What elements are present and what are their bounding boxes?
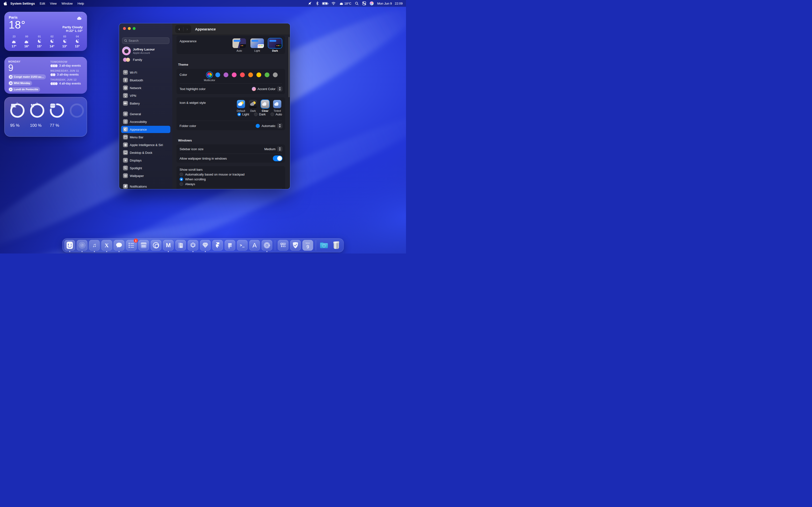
bluetooth-icon[interactable] — [316, 1, 318, 5]
control-center-icon[interactable] — [362, 1, 366, 5]
sidebar-item-notifications[interactable]: Notifications — [121, 183, 170, 189]
sidebar-item-bluetooth[interactable]: Bluetooth — [121, 76, 170, 84]
menu-help[interactable]: Help — [78, 2, 84, 5]
sidebar-item-wallpaper[interactable]: Wallpaper — [121, 172, 170, 179]
color-swatch-yellow[interactable] — [256, 72, 261, 77]
sidebar-item-general[interactable]: General — [121, 110, 170, 118]
dock-safari-icon[interactable] — [77, 240, 88, 250]
calendar-widget[interactable]: MONDAY 9 ▦ Congé mater 21/03 au… ▦ Whit … — [4, 57, 87, 94]
apple-intelligence-icon[interactable] — [370, 1, 373, 5]
zoom-button[interactable] — [133, 27, 136, 30]
icon-style-dark[interactable]: Dark — [248, 100, 258, 112]
color-swatch-pink[interactable] — [232, 72, 237, 77]
menu-view[interactable]: View — [50, 2, 57, 5]
battery-widget[interactable]: ϟ ϟ 95 % 100 % 77 % — [4, 97, 87, 137]
sidebar-item-displays[interactable]: Displays — [121, 157, 170, 164]
dock-lens-icon[interactable] — [151, 240, 161, 250]
text-highlight-select[interactable]: Accent Color — [252, 86, 283, 92]
folder-color-select[interactable]: Automatic — [256, 123, 283, 128]
color-swatch-blue[interactable] — [215, 72, 220, 77]
dock-finder-icon[interactable] — [64, 240, 75, 250]
dock-notes-icon[interactable] — [139, 240, 149, 250]
appearance-option-light[interactable]: Light — [250, 38, 264, 52]
dock-system-settings-icon[interactable] — [262, 240, 272, 250]
sidebar-item-wifi[interactable]: Wi-Fi — [121, 69, 170, 76]
dock-calendar-icon[interactable]: Mon 9 — [303, 240, 313, 250]
color-swatch-purple[interactable] — [223, 72, 229, 77]
icon-style-clear[interactable]: Clear — [260, 100, 270, 112]
radio-scrollbars-always[interactable] — [180, 182, 183, 186]
radio-scrollbars-when-scrolling[interactable] — [180, 177, 183, 181]
apple-menu-icon[interactable] — [3, 1, 7, 6]
apple-account-row[interactable]: Joffrey Lacour Apple Account — [122, 47, 155, 55]
color-swatch-multicolor[interactable] — [207, 72, 212, 77]
sidebar-icon-size-select[interactable]: Medium — [264, 146, 283, 152]
color-swatch-graphite[interactable] — [273, 72, 278, 77]
icon-style-default[interactable]: Default — [236, 100, 246, 112]
dock-reminders-icon[interactable]: 1 — [126, 240, 137, 250]
weather-status[interactable]: 18°C — [339, 2, 351, 5]
forward-button[interactable]: › — [187, 27, 188, 31]
dock-music-icon[interactable]: ♫ — [89, 240, 100, 250]
radio-auto[interactable] — [270, 113, 274, 116]
dock-x-icon[interactable]: X — [101, 240, 112, 250]
upcoming-events-row[interactable]: 3 all-day events — [50, 64, 83, 67]
spotlight-icon[interactable] — [355, 2, 359, 5]
sidebar-item-desktop-dock[interactable]: Desktop & Dock — [121, 149, 170, 156]
upcoming-events-row[interactable]: 4 all-day events — [50, 82, 83, 85]
menu-window[interactable]: Window — [62, 2, 73, 5]
wifi-icon[interactable] — [331, 2, 336, 5]
theme-card: Color Multicolor Text highlight color Ac… — [176, 68, 286, 95]
dock-framer-icon[interactable] — [212, 240, 223, 250]
sidebar-item-spotlight[interactable]: Spotlight — [121, 164, 170, 172]
color-swatch-orange[interactable] — [248, 72, 253, 77]
sidebar-item-network[interactable]: Network — [121, 84, 170, 92]
wallpaper-tinting-toggle[interactable] — [273, 156, 283, 161]
sidebar-item-vpn[interactable]: VPN — [121, 92, 170, 99]
menubar-app-name[interactable]: System Settings — [10, 2, 35, 5]
sidebar-item-menu-bar[interactable]: Menu Bar — [121, 133, 170, 141]
dock-trash-icon[interactable] — [331, 240, 342, 250]
weather-widget[interactable]: Paris 18° Partly Cloudy H:22° L:10° 23 1… — [4, 12, 87, 51]
color-swatch-green[interactable] — [265, 72, 269, 77]
mute-icon[interactable] — [308, 1, 312, 5]
dock-app-store-icon[interactable]: A — [249, 240, 260, 250]
radio-light[interactable] — [237, 113, 241, 116]
dock-downloads-icon[interactable]: ↓ — [319, 240, 329, 250]
dock-passwords-icon[interactable] — [278, 240, 289, 250]
radio-dark[interactable] — [254, 113, 258, 116]
dock-iphone-mirroring-icon[interactable] — [175, 240, 186, 250]
scrollbar[interactable] — [289, 37, 290, 97]
sidebar-search[interactable] — [122, 38, 169, 44]
calendar-event[interactable]: ★ Lundi de Pentecôte — [8, 87, 40, 92]
calendar-event[interactable]: ▦ Whit Monday — [8, 80, 32, 86]
dock-terminal-icon[interactable]: >_ — [237, 240, 248, 250]
dock-gmail-icon[interactable]: M — [163, 240, 174, 250]
sidebar-item-accessibility[interactable]: Accessibility — [121, 118, 170, 125]
battery-status-icon[interactable] — [322, 2, 328, 5]
appearance-option-auto[interactable]: Auto — [232, 38, 246, 52]
close-button[interactable] — [123, 27, 126, 30]
sidebar-item-battery[interactable]: Battery — [121, 100, 170, 107]
radio-scrollbars-auto[interactable] — [180, 173, 183, 176]
dock-figma-icon[interactable] — [225, 240, 236, 250]
menubar-clock[interactable]: Mon Jun 9 22:09 — [377, 2, 403, 5]
minimize-button[interactable] — [128, 27, 131, 30]
calendar-event[interactable]: ▦ Congé mater 21/03 au… — [8, 74, 46, 79]
back-button[interactable]: ‹ — [179, 27, 180, 31]
appearance-option-dark[interactable]: Dark — [268, 38, 282, 52]
color-swatch-red[interactable] — [240, 72, 245, 77]
folder-color-label: Folder color — [180, 124, 196, 128]
menu-edit[interactable]: Edit — [40, 2, 45, 5]
dock-messages-icon[interactable] — [114, 240, 124, 250]
accent-color-swatch — [252, 87, 256, 91]
icon-style-tinted[interactable]: Tinted — [272, 100, 282, 112]
dock-sketch-gem-icon[interactable] — [200, 240, 211, 250]
sidebar-item-apple-intelligence[interactable]: Apple Intelligence & Siri — [121, 141, 170, 149]
sidebar-item-family[interactable]: Family — [122, 58, 142, 62]
dock-adguard-icon[interactable] — [290, 240, 301, 250]
search-input[interactable] — [129, 39, 165, 43]
sidebar-item-appearance[interactable]: Appearance — [121, 126, 170, 133]
dock-chatgpt-icon[interactable] — [188, 240, 198, 250]
upcoming-events-row[interactable]: 3 all-day events — [50, 73, 83, 76]
